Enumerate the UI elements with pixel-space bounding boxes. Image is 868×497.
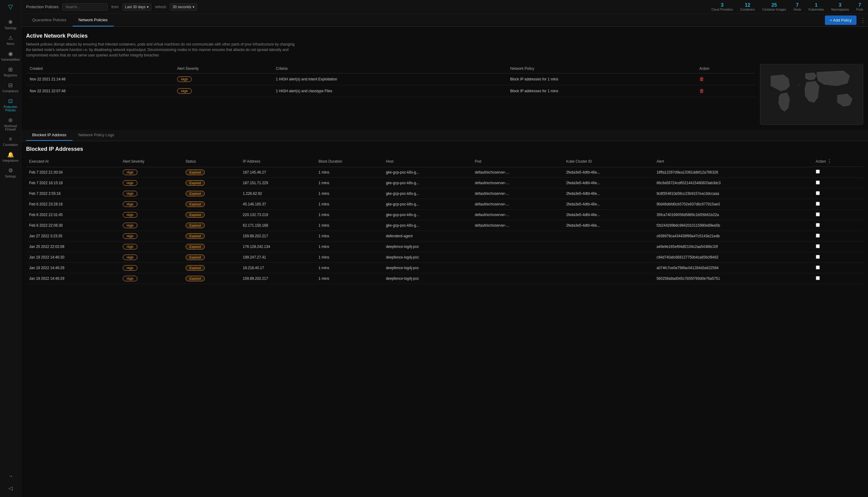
table-row: Jan 19 2022 14:46:30 High Expired 199.24… [26,252,863,262]
cell-executed-at: Feb 7 2022 16:15:18 [26,178,120,188]
status-badge: Expired [186,201,205,207]
cell-severity: High [120,262,183,273]
cell-status: Expired [183,188,240,199]
stat-hosts-num: 7 [796,2,798,8]
cell-duration: 1 mins [315,188,383,199]
cell-criteria: 1 HIGH alert(s) and classtype Files [272,85,507,97]
sidebar-item-label: Workload Firewall [1,124,20,131]
delete-icon[interactable]: 🗑 [699,88,704,94]
cell-ip: 62.171.150.168 [240,220,316,231]
stat-container-images-label: Container Images [762,8,786,11]
cell-ip: 1.226.62.92 [240,188,316,199]
severity-badge: High [123,276,138,281]
table-row: Nov 22 2021 21:14:48 High 1 HIGH alert(s… [26,73,755,85]
delete-icon[interactable]: 🗑 [699,76,704,82]
cell-duration: 1 mins [315,262,383,273]
refresh-label: refresh [155,5,166,9]
sidebar-item-label: Correlation [3,143,18,146]
stat-container-images: 25 Container Images [762,2,786,11]
cell-checkbox[interactable] [813,188,863,199]
row-checkbox[interactable] [816,266,820,269]
stat-cloud-providers-num: 3 [721,2,724,8]
cell-status: Expired [183,220,240,231]
sidebar-item-vulnerabilities[interactable]: ◉ Vulnerabilities [0,48,21,64]
sidebar-item-label: Settings [5,175,16,178]
cell-duration: 1 mins [315,199,383,209]
cell-alert: 90d46dbfd0cb5702e937d6c977915ae3 [654,199,813,209]
cell-executed-at: Jan 27 2022 3:23:35 [26,231,120,241]
cell-kube-cluster: 2feda3e5-4dfd-46e... [563,220,654,231]
sidebar-item-correlation[interactable]: ≡ Correlation [0,133,21,149]
cell-status: Expired [183,252,240,262]
integrations-icon: 🔔 [7,152,14,158]
row-checkbox[interactable] [816,233,820,238]
row-checkbox[interactable] [816,181,820,184]
tab-network[interactable]: Network Policies [72,14,114,26]
cell-checkbox[interactable] [813,252,863,262]
stat-hosts-label: Hosts [793,8,801,11]
cell-checkbox[interactable] [813,178,863,188]
add-policy-button[interactable]: + Add Policy [825,15,856,25]
sidebar-item-compliance[interactable]: ⊟ Compliance [0,80,21,95]
cell-checkbox[interactable] [813,199,863,209]
cell-checkbox[interactable] [813,220,863,231]
cell-status: Expired [183,209,240,220]
row-checkbox[interactable] [816,255,820,259]
cell-host: gke-gcp-poc-k8s-g... [383,199,472,209]
sidebar-collapse[interactable]: ◁ [7,482,15,494]
main-content: Protection Policies from Last 30 days ▾ … [21,0,868,497]
cell-kube-cluster [563,273,654,284]
row-checkbox[interactable] [816,170,820,173]
date-range-select[interactable]: Last 30 days ▾ [122,3,151,11]
sidebar-item-label: Protection Policies [1,105,20,112]
main-tabs: Quarantine Policies Network Policies [21,14,825,26]
more-options-icon[interactable]: ⋮ [860,17,866,24]
sidebar-item-registries[interactable]: ⊞ Registries [0,64,21,80]
col-alert-severity: Alert Severity [120,156,183,167]
cell-checkbox[interactable] [813,209,863,220]
cell-checkbox[interactable] [813,273,863,284]
sidebar-export[interactable]: → [7,471,15,482]
cell-severity: High [173,73,272,85]
cell-alert: 560258a9ad045c7b55f769d0e76a5751 [654,273,813,284]
severity-badge: High [123,223,138,228]
row-checkbox[interactable] [816,223,820,227]
status-badge: Expired [186,223,205,228]
sub-tab-blocked-ip[interactable]: Blocked IP Address [26,130,72,141]
cell-checkbox[interactable] [813,231,863,241]
sidebar-item-settings[interactable]: ⚙ Settings [0,165,21,181]
cell-status: Expired [183,199,240,209]
stat-containers: 12 Containers [740,2,755,11]
row-checkbox[interactable] [816,191,820,195]
refresh-interval-select[interactable]: 30 seconds ▾ [170,3,197,11]
sidebar-item-alerts[interactable]: ⚠ Alerts [0,32,21,48]
cell-status: Expired [183,167,240,178]
cell-severity: High [120,252,183,262]
collapse-icon: ◁ [9,485,13,492]
cell-severity: High [120,273,183,284]
stat-containers-num: 12 [745,2,750,8]
tab-quarantine[interactable]: Quarantine Policies [26,14,72,26]
row-checkbox[interactable] [816,276,820,280]
sidebar-item-protection[interactable]: ⊡ Protection Policies [0,95,21,114]
table-more-icon[interactable]: ⋮ [827,158,832,164]
row-checkbox[interactable] [816,202,820,206]
sidebar-item-integrations[interactable]: 🔔 Integrations [0,149,21,165]
status-badge: Expired [186,180,205,186]
sub-tab-network-logs[interactable]: Network Policy Logs [72,130,120,141]
search-input[interactable] [62,3,108,11]
cell-checkbox[interactable] [813,241,863,252]
sidebar-item-label: Vulnerabilities [1,58,20,61]
cell-network-policy: Block IP addresses for 1 mins [506,73,696,85]
cell-host: defenderd-agent [383,231,472,241]
sidebar-item-workload[interactable]: ⊛ Workload Firewall [0,114,21,133]
anp-container: Created Alert Severity Criteria Network … [21,64,868,130]
cell-ip: 199.247.27.41 [240,252,316,262]
row-checkbox[interactable] [816,244,820,248]
cell-checkbox[interactable] [813,167,863,178]
cell-checkbox[interactable] [813,262,863,273]
table-row: Nov 22 2021 22:07:48 High 1 HIGH alert(s… [26,85,755,97]
row-checkbox[interactable] [816,212,820,216]
sidebar-item-topology[interactable]: ❋ Topology [0,16,21,32]
severity-badge: High [123,255,138,260]
